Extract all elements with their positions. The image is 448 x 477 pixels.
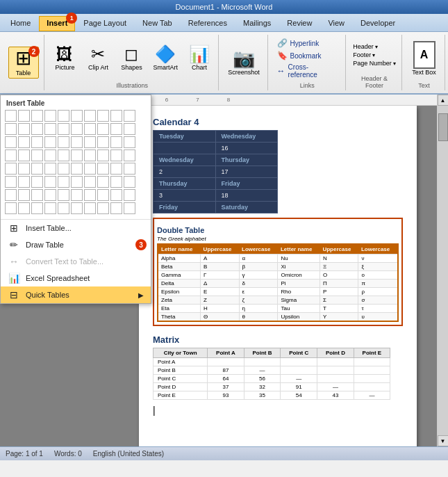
grid-cell[interactable] [124,136,135,148]
grid-cell[interactable] [71,123,83,135]
grid-cell[interactable] [97,110,109,122]
quick-tables-menu-item[interactable]: ⊟ Quick Tables ▶ [1,286,151,303]
smartart-button[interactable]: 🔷 SmartArt [149,44,181,73]
grid-cell[interactable] [44,123,56,135]
grid-cell[interactable] [97,202,109,214]
tab-references[interactable]: References [181,16,235,31]
grid-cell[interactable] [18,123,30,135]
grid-cell[interactable] [71,189,83,201]
grid-cell[interactable] [18,176,30,188]
grid-cell[interactable] [84,110,96,122]
grid-cell[interactable] [84,136,96,148]
grid-cell[interactable] [5,123,17,135]
chart-button[interactable]: 📊 Chart [184,44,215,73]
tab-developer[interactable]: Developer [353,16,403,31]
screenshot-button[interactable]: 📷 Screenshot [224,47,263,78]
page-number-button[interactable]: Page Number ▾ [353,59,396,67]
grid-cell[interactable] [58,189,69,201]
scroll-up-button[interactable]: ▲ [438,95,449,106]
scroll-thumb[interactable] [438,113,448,141]
table-grid[interactable] [5,110,147,215]
grid-cell[interactable] [44,110,56,122]
grid-cell[interactable] [18,110,30,122]
tab-review[interactable]: Review [279,16,320,31]
grid-cell[interactable] [97,149,109,161]
grid-cell[interactable] [44,149,56,161]
shapes-button[interactable]: ◻ Shapes [116,44,147,73]
grid-cell[interactable] [110,110,122,122]
hyperlink-button[interactable]: 🔗 Hyperlink [275,38,340,49]
grid-cell[interactable] [71,163,83,175]
tab-home[interactable]: Home [3,16,38,31]
grid-cell[interactable] [124,163,135,175]
grid-cell[interactable] [71,136,83,148]
insert-table-menu-item[interactable]: ⊞ Insert Table... [1,220,151,236]
grid-cell[interactable] [58,202,69,214]
scroll-track[interactable] [438,106,449,435]
grid-cell[interactable] [124,110,135,122]
grid-cell[interactable] [31,163,43,175]
grid-cell[interactable] [97,176,109,188]
grid-cell[interactable] [110,163,122,175]
grid-cell[interactable] [97,163,109,175]
grid-cell[interactable] [44,202,56,214]
grid-cell[interactable] [110,136,122,148]
grid-cell[interactable] [124,176,135,188]
grid-cell[interactable] [84,176,96,188]
grid-cell[interactable] [18,189,30,201]
grid-cell[interactable] [31,202,43,214]
grid-cell[interactable] [71,202,83,214]
grid-cell[interactable] [58,163,69,175]
grid-cell[interactable] [18,202,30,214]
grid-cell[interactable] [5,136,17,148]
grid-cell[interactable] [5,189,17,201]
grid-cell[interactable] [31,176,43,188]
picture-button[interactable]: 🖼 Picture [49,44,80,73]
grid-cell[interactable] [44,189,56,201]
grid-cell[interactable] [71,110,83,122]
grid-cell[interactable] [110,149,122,161]
header-button[interactable]: Header ▾ [353,42,396,51]
excel-spreadsheet-menu-item[interactable]: 📊 Excel Spreadsheet [1,270,151,286]
grid-cell[interactable] [18,149,30,161]
footer-button[interactable]: Footer ▾ [353,51,396,59]
draw-table-menu-item[interactable]: ✏ Draw Table 3 [1,236,151,253]
grid-cell[interactable] [5,202,17,214]
tab-view[interactable]: View [320,16,352,31]
grid-cell[interactable] [97,123,109,135]
grid-cell[interactable] [18,163,30,175]
scroll-down-button[interactable]: ▼ [438,435,449,446]
grid-cell[interactable] [5,110,17,122]
grid-cell[interactable] [31,123,43,135]
grid-cell[interactable] [44,163,56,175]
textbox-button[interactable]: A Text Box [410,40,438,77]
grid-cell[interactable] [58,123,69,135]
grid-cell[interactable] [5,176,17,188]
grid-cell[interactable] [31,149,43,161]
tab-insert[interactable]: Insert 1 [39,16,75,31]
grid-cell[interactable] [31,189,43,201]
grid-cell[interactable] [58,110,69,122]
grid-cell[interactable] [97,136,109,148]
tab-new-tab[interactable]: New Tab [135,16,180,31]
grid-cell[interactable] [124,202,135,214]
grid-cell[interactable] [44,176,56,188]
scrollbar-vertical[interactable]: ▲ ▼ [437,95,448,446]
grid-cell[interactable] [5,163,17,175]
tab-page-layout[interactable]: Page Layout [76,16,134,31]
grid-cell[interactable] [58,176,69,188]
grid-cell[interactable] [5,149,17,161]
grid-cell[interactable] [110,176,122,188]
grid-cell[interactable] [58,149,69,161]
grid-cell[interactable] [31,110,43,122]
table-button[interactable]: ⊞ Table 2 [8,47,39,79]
grid-cell[interactable] [124,189,135,201]
crossref-button[interactable]: ↔ Cross-reference [275,63,340,79]
grid-cell[interactable] [84,202,96,214]
grid-cell[interactable] [124,123,135,135]
grid-cell[interactable] [31,136,43,148]
grid-cell[interactable] [84,149,96,161]
grid-cell[interactable] [44,136,56,148]
grid-cell[interactable] [84,189,96,201]
grid-cell[interactable] [18,136,30,148]
